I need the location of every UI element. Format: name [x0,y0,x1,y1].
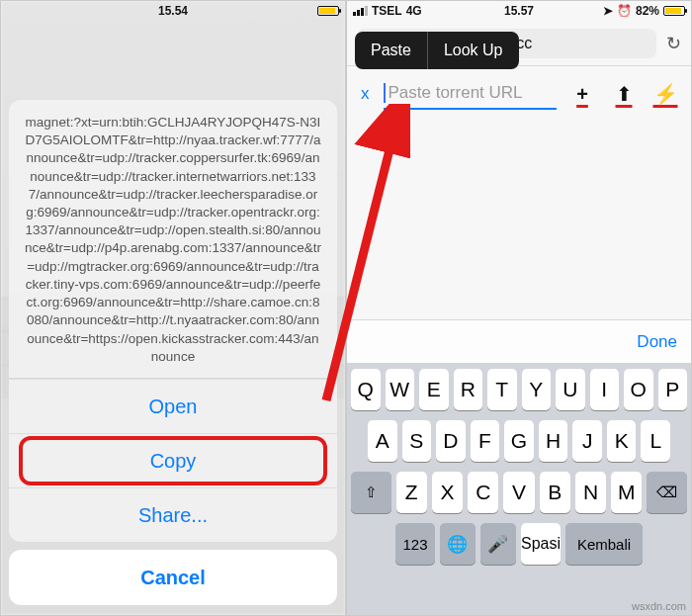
bolt-icon[interactable]: ⚡ [649,82,681,106]
share-button[interactable]: Share... [9,487,337,542]
key-Z[interactable]: Z [396,472,427,513]
placeholder-text: Paste torrent URL [389,83,523,103]
key-U[interactable]: U [556,369,585,410]
key-T[interactable]: T [487,369,517,410]
key-P[interactable]: P [658,369,688,410]
key-row-1: QWERTYUIOP [351,369,687,410]
key-W[interactable]: W [386,369,415,410]
open-button[interactable]: Open [9,379,337,433]
key-A[interactable]: A [368,420,397,462]
right-screenshot: TSEL 4G 15.57 ➤ ⏰ 82% eedr.cc ↻ Paste Lo… [346,0,692,616]
key-Q[interactable]: Q [351,369,381,410]
input-toolbar: x Paste torrent URL + ⬆ ⚡ [347,78,691,116]
key-V[interactable]: V [503,472,534,513]
key-C[interactable]: C [468,472,498,513]
key-N[interactable]: N [575,472,606,513]
key-⇧[interactable]: ⇧ [351,472,391,513]
magnet-link-text: magnet:?xt=urn:btih:GCLHJA4RYJOPQH47S-N3… [9,100,337,379]
key-D[interactable]: D [436,420,466,462]
key-G[interactable]: G [504,420,534,462]
context-menu: Paste Look Up [355,32,519,69]
key-R[interactable]: R [454,369,483,410]
key-row-3: ⇧ZXCVBNM⌫ [351,472,687,513]
key-row-2: ASDFGHJKL [351,420,687,462]
upload-icon[interactable]: ⬆ [608,82,640,106]
key-Y[interactable]: Y [522,369,552,410]
lookup-button[interactable]: Look Up [428,32,519,69]
globe-key[interactable]: 🌐 [440,523,476,565]
numbers-key[interactable]: 123 [395,523,435,565]
clock: 15.57 [347,4,691,18]
space-key[interactable]: Spasi [521,523,561,565]
clear-button[interactable]: x [357,84,374,104]
key-⌫[interactable]: ⌫ [647,472,687,513]
mic-key[interactable]: 🎤 [480,523,516,565]
copy-button[interactable]: Copy [9,433,337,487]
keyboard: QWERTYUIOP ASDFGHJKL ⇧ZXCVBNM⌫ 123 🌐 🎤 S… [347,363,691,615]
key-F[interactable]: F [471,420,500,462]
key-row-4: 123 🌐 🎤 Spasi Kembali [351,523,687,565]
key-H[interactable]: H [539,420,568,462]
status-bar: TSEL 4G 15.57 ➤ ⏰ 82% [347,1,691,21]
key-E[interactable]: E [419,369,449,410]
battery-icon [317,6,339,16]
keyboard-accessory: Done [347,319,691,363]
key-I[interactable]: I [590,369,620,410]
battery-icon [663,6,685,16]
key-J[interactable]: J [572,420,602,462]
key-O[interactable]: O [624,369,653,410]
key-L[interactable]: L [641,420,670,462]
left-screenshot: TSEL 4G 15.54 ➤ ⏰ 83% magnet:?xt=urn:bti… [0,0,346,616]
paste-button[interactable]: Paste [355,32,427,69]
torrent-url-input[interactable]: Paste torrent URL [384,78,558,110]
key-M[interactable]: M [611,472,642,513]
key-S[interactable]: S [402,420,432,462]
cancel-button[interactable]: Cancel [9,550,337,605]
action-sheet: magnet:?xt=urn:btih:GCLHJA4RYJOPQH47S-N3… [9,100,337,605]
done-button[interactable]: Done [637,332,677,352]
key-B[interactable]: B [540,472,570,513]
return-key[interactable]: Kembali [565,523,643,565]
clock: 15.54 [1,4,345,18]
watermark: wsxdn.com [632,600,686,612]
key-X[interactable]: X [432,472,463,513]
reload-icon[interactable]: ↻ [666,33,681,54]
key-K[interactable]: K [607,420,637,462]
add-icon[interactable]: + [566,83,598,106]
